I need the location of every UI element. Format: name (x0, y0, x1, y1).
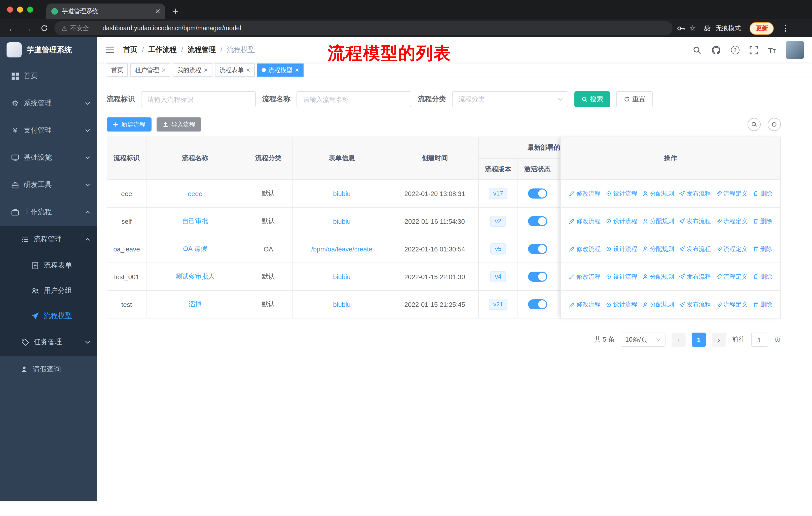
next-page-button[interactable]: › (712, 332, 726, 347)
sidebar-item-system[interactable]: ⚙ 系统管理 (0, 90, 97, 117)
tag-process-form[interactable]: 流程表单 (215, 63, 255, 77)
edit-process-link[interactable]: 修改流程 (569, 300, 601, 309)
process-definition-link[interactable]: 流程定义 (716, 272, 748, 281)
hamburger-icon[interactable] (105, 46, 114, 54)
model-name-link[interactable]: 测试多审批人 (175, 273, 215, 280)
zoom-window-button[interactable] (27, 6, 33, 12)
tag-my-process[interactable]: 我的流程 (173, 63, 212, 77)
address-bar[interactable]: ⚠ 不安全 dashboard.yudao.iocoder.cn/bpm/man… (54, 21, 672, 35)
model-name-link[interactable]: 自己审批 (182, 217, 208, 225)
process-definition-link[interactable]: 流程定义 (716, 217, 748, 225)
key-icon[interactable] (676, 24, 685, 32)
sidebar-item-infrastructure[interactable]: 基础设施 (0, 144, 97, 171)
model-name-link[interactable]: 滔博 (188, 300, 202, 308)
page-1-button[interactable]: 1 (692, 332, 706, 347)
close-icon[interactable] (204, 68, 208, 72)
tag-tenant[interactable]: 租户管理 (130, 63, 170, 77)
more-menu-icon[interactable] (783, 25, 789, 32)
publish-process-link[interactable]: 发布流程 (679, 189, 711, 198)
form-info-link[interactable]: biubiu (333, 273, 350, 280)
breadcrumb-workflow[interactable]: 工作流程 (138, 45, 177, 54)
assign-rule-link[interactable]: 分配规则 (642, 189, 674, 198)
form-info-link[interactable]: biubiu (333, 301, 350, 308)
security-label[interactable]: 不安全 (70, 24, 89, 32)
sidebar-item-task-mgmt[interactable]: 任务管理 (0, 329, 97, 356)
goto-page-input[interactable] (751, 332, 768, 347)
delete-link[interactable]: 删除 (753, 245, 772, 253)
delete-link[interactable]: 删除 (753, 300, 772, 309)
active-toggle[interactable] (528, 299, 547, 309)
close-window-button[interactable] (7, 6, 13, 12)
assign-rule-link[interactable]: 分配规则 (642, 245, 674, 253)
design-process-link[interactable]: 设计流程 (606, 300, 637, 309)
page-size-select[interactable]: 10条/页 (621, 332, 666, 347)
tag-process-model[interactable]: 流程模型 (257, 63, 303, 77)
fullscreen-icon[interactable] (749, 46, 758, 54)
close-icon[interactable] (246, 68, 250, 72)
model-name-link[interactable]: OA 请假 (183, 245, 207, 252)
close-icon[interactable] (295, 68, 299, 72)
process-definition-link[interactable]: 流程定义 (716, 300, 748, 309)
process-definition-link[interactable]: 流程定义 (716, 189, 748, 198)
import-process-button[interactable]: 导入流程 (156, 117, 201, 132)
create-process-button[interactable]: 新建流程 (107, 117, 151, 132)
design-process-link[interactable]: 设计流程 (606, 272, 637, 281)
assign-rule-link[interactable]: 分配规则 (642, 300, 674, 309)
active-toggle[interactable] (528, 244, 547, 254)
design-process-link[interactable]: 设计流程 (606, 189, 637, 198)
avatar[interactable] (786, 41, 804, 59)
sidebar-item-devtools[interactable]: 研发工具 (0, 171, 97, 198)
model-name-link[interactable]: eeee (188, 190, 202, 197)
sidebar-item-workflow[interactable]: 工作流程 (0, 198, 97, 226)
publish-process-link[interactable]: 发布流程 (679, 245, 711, 253)
reset-button[interactable]: 重置 (616, 91, 653, 107)
forward-icon[interactable]: → (22, 24, 34, 32)
assign-rule-link[interactable]: 分配规则 (642, 217, 674, 225)
new-tab-icon[interactable] (172, 8, 179, 15)
sidebar-item-process-mgmt[interactable]: 流程管理 (0, 226, 97, 253)
back-icon[interactable]: ← (6, 24, 18, 32)
search-icon[interactable] (692, 46, 701, 54)
refresh-table-button[interactable] (768, 118, 781, 131)
publish-process-link[interactable]: 发布流程 (679, 300, 711, 309)
browser-tab[interactable]: 芋道管理系统 (46, 3, 165, 19)
sidebar-item-home[interactable]: 首页 (0, 62, 97, 90)
edit-process-link[interactable]: 修改流程 (569, 189, 601, 198)
tag-home[interactable]: 首页 (107, 63, 128, 77)
breadcrumb-process-mgmt[interactable]: 流程管理 (177, 45, 216, 54)
github-icon[interactable] (711, 45, 721, 55)
delete-link[interactable]: 删除 (753, 217, 772, 225)
sidebar-item-payment[interactable]: ¥ 支付管理 (0, 117, 97, 144)
sidebar-item-leave-query[interactable]: 请假查询 (0, 356, 97, 383)
sidebar-item-user-group[interactable]: 用户分组 (0, 278, 97, 303)
form-info-link[interactable]: /bpm/oa/leave/create (311, 245, 373, 253)
help-icon[interactable]: ? (731, 46, 739, 54)
app-logo[interactable]: 芋道管理系统 (0, 37, 97, 62)
design-process-link[interactable]: 设计流程 (606, 217, 637, 225)
reload-icon[interactable] (38, 24, 50, 32)
minimize-window-button[interactable] (17, 6, 23, 12)
assign-rule-link[interactable]: 分配规则 (642, 272, 674, 281)
edit-process-link[interactable]: 修改流程 (569, 272, 601, 281)
process-definition-link[interactable]: 流程定义 (716, 245, 748, 253)
prev-page-button[interactable]: ‹ (671, 332, 686, 347)
bookmark-star-icon[interactable]: ☆ (689, 24, 696, 33)
process-name-input[interactable] (296, 91, 411, 107)
form-info-link[interactable]: biubiu (333, 190, 350, 197)
tab-close-icon[interactable] (155, 9, 160, 13)
close-icon[interactable] (162, 68, 166, 72)
delete-link[interactable]: 删除 (753, 272, 772, 281)
edit-process-link[interactable]: 修改流程 (569, 245, 601, 253)
process-key-input[interactable] (141, 91, 256, 107)
search-button[interactable]: 搜索 (574, 91, 610, 107)
toggle-search-button[interactable] (748, 118, 761, 131)
sidebar-item-process-form[interactable]: 流程表单 (0, 253, 97, 278)
breadcrumb-home[interactable]: 首页 (123, 45, 138, 54)
form-info-link[interactable]: biubiu (333, 217, 350, 225)
publish-process-link[interactable]: 发布流程 (679, 272, 711, 281)
active-toggle[interactable] (528, 272, 547, 282)
active-toggle[interactable] (528, 188, 547, 198)
edit-process-link[interactable]: 修改流程 (569, 217, 601, 225)
delete-link[interactable]: 删除 (753, 189, 772, 198)
font-size-icon[interactable]: TT (768, 46, 776, 54)
